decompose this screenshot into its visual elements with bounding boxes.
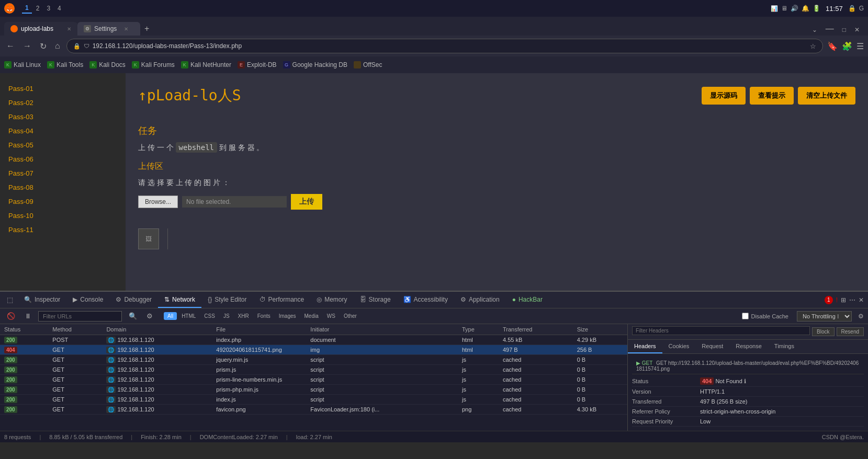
sidebar-item-pass02[interactable]: Pass-02: [8, 96, 117, 110]
details-tab-headers[interactable]: Headers: [628, 340, 662, 353]
filter-xhr[interactable]: XHR: [234, 312, 253, 320]
tab-settings[interactable]: ⚙ Settings ✕: [77, 22, 140, 36]
kali-docs-icon: K: [89, 61, 97, 68]
sidebar-item-pass08[interactable]: Pass-08: [8, 180, 117, 194]
tab-memory[interactable]: ◎ Memory: [310, 292, 353, 308]
tab-network[interactable]: ⇅ Network: [158, 292, 201, 308]
tab-hackbar[interactable]: ● HackBar: [506, 292, 549, 308]
filter-other[interactable]: Other: [340, 312, 360, 320]
devtools-expand-icon[interactable]: ⊞: [841, 296, 846, 304]
bookmark-kali-forums[interactable]: K Kali Forums: [132, 61, 175, 68]
details-tab-request[interactable]: Request: [695, 340, 729, 353]
devtools-more-icon[interactable]: ⋯: [849, 296, 855, 304]
tab-style-editor[interactable]: {} Style Editor: [201, 292, 253, 308]
filter-url-input[interactable]: [38, 311, 122, 322]
bookmark-google-hacking[interactable]: G Google Hacking DB: [283, 61, 347, 68]
home-button[interactable]: ⌂: [53, 39, 62, 53]
tab-upload-labs[interactable]: upload-labs ✕: [4, 22, 77, 36]
resend-button[interactable]: Resend: [837, 327, 864, 336]
disable-cache-checkbox[interactable]: [742, 313, 749, 319]
tab-num-1[interactable]: 1: [22, 3, 32, 14]
minimize-button[interactable]: —: [821, 22, 838, 36]
filter-ws[interactable]: WS: [323, 312, 339, 320]
throttle-select[interactable]: No Throttling ⁞: [797, 311, 852, 322]
tab-num-2[interactable]: 2: [33, 4, 43, 13]
sidebar-item-pass01[interactable]: Pass-01: [8, 82, 117, 96]
bookmark-kali-tools[interactable]: K Kali Tools: [47, 61, 83, 68]
filter-fonts[interactable]: Fonts: [254, 312, 274, 320]
sidebar-item-pass03[interactable]: Pass-03: [8, 110, 117, 124]
filter-html[interactable]: HTML: [178, 312, 199, 320]
table-row[interactable]: 200 POST 🌐192.168.1.120 index.php docume…: [0, 335, 627, 345]
table-row[interactable]: 200 GET 🌐192.168.1.120 index.js script j…: [0, 395, 627, 405]
clear-network-icon[interactable]: 🚫: [4, 311, 18, 322]
network-label: Network: [172, 296, 195, 303]
filter-images[interactable]: Images: [275, 312, 300, 320]
filter-js[interactable]: JS: [220, 312, 233, 320]
sidebar-item-pass04[interactable]: Pass-04: [8, 124, 117, 138]
tab-storage[interactable]: 🗄 Storage: [354, 292, 397, 308]
tab-num-3[interactable]: 3: [43, 4, 53, 13]
bookmark-offsec[interactable]: O OffSec: [354, 61, 382, 68]
pause-network-icon[interactable]: ⏸: [22, 311, 34, 322]
bookmark-star-icon[interactable]: ☆: [810, 42, 816, 50]
search-network-icon[interactable]: 🔍: [126, 311, 140, 322]
table-row[interactable]: 200 GET 🌐192.168.1.120 prism-line-number…: [0, 375, 627, 385]
tab-inspector[interactable]: 🔍 Inspector: [18, 292, 66, 308]
tab-close-settings[interactable]: ✕: [124, 26, 128, 32]
details-tab-cookies[interactable]: Cookies: [662, 340, 696, 353]
menu-icon[interactable]: ☰: [856, 41, 864, 51]
sidebar-item-pass11[interactable]: Pass-11: [8, 223, 117, 237]
tab-list-button[interactable]: ⌄: [808, 24, 821, 36]
bookmark-kali-docs[interactable]: K Kali Docs: [89, 61, 126, 68]
extension-icon[interactable]: 🧩: [842, 41, 852, 51]
table-row[interactable]: 200 GET 🌐192.168.1.120 prism.js script j…: [0, 365, 627, 375]
devtools-close-icon[interactable]: ✕: [859, 296, 864, 304]
show-source-button[interactable]: 显示源码: [702, 87, 746, 105]
upload-submit-button[interactable]: 上传: [291, 194, 322, 210]
devtools-pick-icon[interactable]: ⬚: [4, 294, 16, 305]
details-tab-timings[interactable]: Timings: [768, 340, 801, 353]
tab-performance[interactable]: ⏱ Performance: [253, 292, 311, 308]
restore-button[interactable]: □: [838, 24, 850, 36]
sidebar-item-pass05[interactable]: Pass-05: [8, 138, 117, 152]
sidebar-item-pass06[interactable]: Pass-06: [8, 152, 117, 166]
tab-accessibility[interactable]: ♿ Accessibility: [397, 292, 454, 308]
disable-cache-label[interactable]: Disable Cache: [742, 313, 788, 319]
filter-media[interactable]: Media: [301, 312, 322, 320]
browse-button[interactable]: Browse...: [138, 196, 178, 208]
block-button[interactable]: Block: [812, 327, 834, 336]
url-bar[interactable]: 🔒 🛡 192.168.1.120/upload-labs-master/Pas…: [66, 39, 823, 53]
tab-close-upload-labs[interactable]: ✕: [67, 26, 71, 32]
tab-num-4[interactable]: 4: [54, 4, 64, 13]
filter-headers-input[interactable]: [632, 326, 810, 335]
bookmark-kali-linux[interactable]: K Kali Linux: [4, 61, 41, 68]
filter-css[interactable]: CSS: [200, 312, 219, 320]
show-hints-button[interactable]: 查看提示: [750, 87, 794, 105]
clear-uploads-button[interactable]: 清空上传文件: [798, 87, 855, 105]
reload-button[interactable]: ↻: [38, 39, 49, 53]
back-button[interactable]: ←: [4, 39, 17, 53]
tab-debugger[interactable]: ⚙ Debugger: [109, 292, 158, 308]
bookmark-exploit-db[interactable]: E Exploit-DB: [238, 61, 277, 68]
details-tab-response[interactable]: Response: [729, 340, 768, 353]
table-row[interactable]: 404 GET 🌐192.168.1.120 492020406181157​4…: [0, 345, 627, 355]
sidebar-item-pass09[interactable]: Pass-09: [8, 194, 117, 209]
tab-application[interactable]: ⚙ Application: [454, 292, 506, 308]
bookmark-kali-nethunter[interactable]: K Kali NetHunter: [181, 61, 231, 68]
tab-console[interactable]: ▶ Console: [66, 292, 109, 308]
sidebar-item-pass07[interactable]: Pass-07: [8, 166, 117, 180]
table-row[interactable]: 200 GET 🌐192.168.1.120 prism-php.min.js …: [0, 385, 627, 395]
bookmark-list-icon[interactable]: 🔖: [827, 41, 838, 51]
filter-all[interactable]: All: [164, 312, 177, 320]
close-window-button[interactable]: ✕: [850, 24, 864, 36]
sidebar-item-pass10[interactable]: Pass-10: [8, 209, 117, 223]
table-row[interactable]: 200 GET 🌐192.168.1.120 jquery.min.js scr…: [0, 355, 627, 365]
content-area: 任务 上 传 一 个 webshell 到 服 务 器 。 上传区 请 选 择 …: [138, 114, 855, 220]
table-row[interactable]: 200 GET 🌐192.168.1.120 favicon.png Favic…: [0, 405, 627, 415]
filter-options-icon[interactable]: ⚙: [144, 311, 155, 322]
forward-button[interactable]: →: [21, 39, 33, 53]
status-info-icon[interactable]: ℹ: [744, 378, 746, 384]
new-tab-button[interactable]: +: [140, 22, 153, 36]
throttle-settings-icon[interactable]: ⚙: [858, 313, 864, 320]
